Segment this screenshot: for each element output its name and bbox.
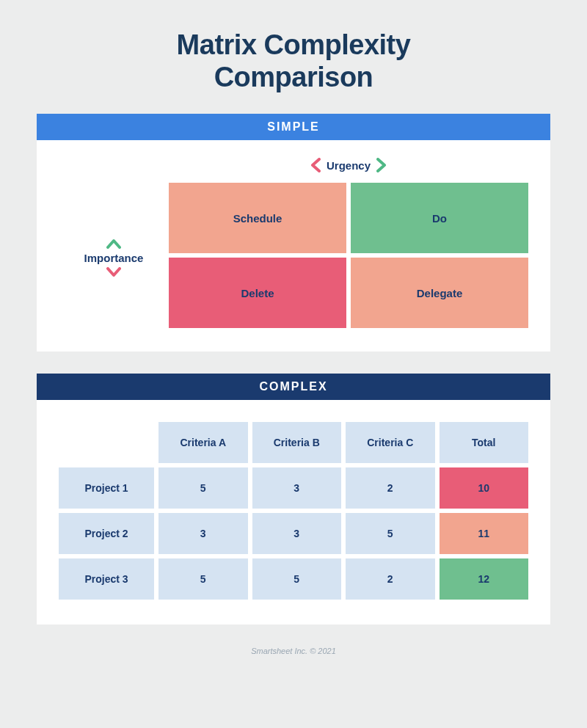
quadrant-grid: Schedule Do Delete Delegate [169,183,528,328]
chevron-up-icon [106,239,121,249]
page-title: Matrix Complexity Comparison [37,29,550,93]
blank-corner-cell [59,422,154,463]
simple-panel: SIMPLE Importance Urgency Schedule [37,114,550,352]
cell-p1-c: 2 [346,467,435,509]
col-header-criteria-c: Criteria C [346,422,435,463]
simple-header: SIMPLE [37,114,550,140]
complex-table: Criteria A Criteria B Criteria C Total P… [59,422,528,600]
urgency-label: Urgency [327,159,371,172]
complex-header: COMPLEX [37,374,550,400]
cell-p1-a: 5 [158,467,248,509]
complex-panel: COMPLEX Criteria A Criteria B Criteria C… [37,374,550,625]
col-header-criteria-b: Criteria B [252,422,342,463]
chevron-down-icon [106,267,121,277]
cell-p2-total: 11 [440,513,529,554]
cell-p1-b: 3 [252,467,342,509]
title-line-1: Matrix Complexity [177,29,411,60]
cell-p2-b: 3 [252,513,342,554]
quadrant-delete: Delete [169,258,346,328]
row-header-project-1: Project 1 [59,467,154,509]
quadrant-schedule: Schedule [169,183,346,253]
chevron-left-icon [310,158,321,172]
importance-label: Importance [84,252,144,264]
footer-copyright: Smartsheet Inc. © 2021 [37,647,550,655]
quadrant-delegate: Delegate [351,258,528,328]
quadrant-do: Do [351,183,528,253]
simple-body: Importance Urgency Schedule Do Delete De… [37,140,550,352]
col-header-total: Total [440,422,529,463]
col-header-criteria-a: Criteria A [158,422,248,463]
cell-p2-c: 5 [346,513,435,554]
row-header-project-3: Project 3 [59,558,154,600]
quadrant-wrap: Urgency Schedule Do Delete Delegate [169,158,528,328]
cell-p3-total: 12 [440,558,529,600]
cell-p2-a: 3 [158,513,248,554]
urgency-axis: Urgency [310,158,387,172]
chevron-right-icon [376,158,387,172]
cell-p1-total: 10 [440,467,529,509]
cell-p3-a: 5 [158,558,248,600]
complex-body: Criteria A Criteria B Criteria C Total P… [37,400,550,625]
title-line-2: Comparison [214,62,373,92]
importance-axis: Importance [59,209,169,277]
cell-p3-b: 5 [252,558,342,600]
cell-p3-c: 2 [346,558,435,600]
row-header-project-2: Project 2 [59,513,154,554]
